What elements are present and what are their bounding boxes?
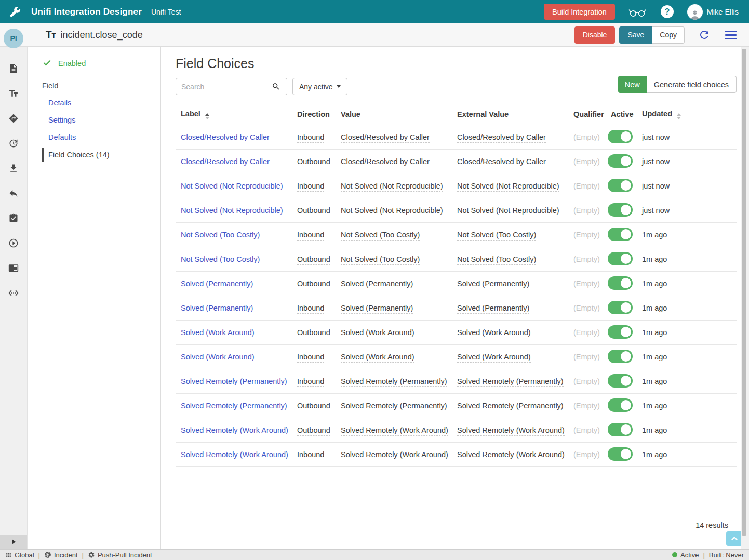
scrollbar-thumb[interactable] [742, 49, 746, 536]
row-external-value[interactable]: Closed/Resolved by Caller [457, 133, 546, 143]
history-icon[interactable] [7, 137, 20, 150]
active-toggle[interactable] [608, 130, 633, 143]
row-external-value[interactable]: Solved (Permanently) [457, 279, 529, 289]
generate-field-choices-button[interactable]: Generate field choices [647, 76, 737, 93]
row-external-value[interactable]: Solved (Permanently) [457, 304, 529, 314]
active-toggle[interactable] [608, 252, 633, 265]
directions-icon[interactable] [7, 112, 20, 125]
row-label-link[interactable]: Solved (Work Around) [181, 328, 255, 337]
reader-icon[interactable] [7, 262, 20, 274]
sidebar-collapse-button[interactable] [0, 535, 27, 549]
nav-item-field-choices[interactable]: Field Choices (14) [42, 148, 160, 162]
row-direction[interactable]: Outbound [297, 206, 330, 216]
row-value[interactable]: Not Solved (Not Reproducible) [341, 182, 443, 192]
active-filter-dropdown[interactable]: Any active [292, 78, 347, 95]
row-qualifier[interactable]: (Empty) [573, 377, 600, 385]
row-external-value[interactable]: Not Solved (Too Costly) [457, 255, 536, 265]
row-qualifier[interactable]: (Empty) [573, 206, 600, 215]
search-button[interactable] [265, 78, 287, 95]
row-external-value[interactable]: Solved Remotely (Permanently) [457, 377, 564, 387]
row-direction[interactable]: Outbound [297, 157, 330, 167]
row-external-value[interactable]: Not Solved (Too Costly) [457, 231, 536, 241]
refresh-icon[interactable] [698, 29, 711, 41]
row-direction[interactable]: Outbound [297, 426, 330, 436]
integration-selector[interactable]: Incident [44, 551, 78, 559]
nav-item-settings[interactable]: Settings [48, 116, 160, 124]
active-toggle[interactable] [608, 301, 633, 314]
active-toggle[interactable] [608, 179, 633, 192]
tasks-icon[interactable] [7, 212, 20, 224]
download-icon[interactable] [7, 162, 20, 175]
row-external-value[interactable]: Solved Remotely (Permanently) [457, 402, 564, 411]
scope-selector[interactable]: Global [5, 551, 34, 559]
row-label-link[interactable]: Closed/Resolved by Caller [181, 157, 270, 166]
row-direction[interactable]: Inbound [297, 133, 324, 143]
copy-button[interactable]: Copy [652, 26, 685, 44]
row-label-link[interactable]: Not Solved (Too Costly) [181, 231, 260, 239]
row-value[interactable]: Solved Remotely (Permanently) [341, 402, 447, 411]
active-toggle[interactable] [608, 398, 633, 412]
disable-button[interactable]: Disable [574, 26, 616, 44]
active-toggle[interactable] [608, 203, 633, 217]
row-qualifier[interactable]: (Empty) [573, 133, 600, 141]
document-icon[interactable] [7, 62, 20, 75]
help-icon[interactable]: ? [661, 5, 674, 18]
row-qualifier[interactable]: (Empty) [573, 157, 600, 166]
process-selector[interactable]: Push-Pull Incident [88, 551, 152, 559]
active-toggle[interactable] [608, 276, 633, 290]
row-qualifier[interactable]: (Empty) [573, 450, 600, 459]
menu-icon[interactable] [725, 31, 737, 39]
active-toggle[interactable] [608, 423, 633, 436]
row-qualifier[interactable]: (Empty) [573, 279, 600, 288]
column-header-updated[interactable]: Updated [642, 110, 737, 119]
new-button[interactable]: New [618, 76, 647, 93]
column-header-label[interactable]: Label [176, 110, 297, 119]
row-value[interactable]: Closed/Resolved by Caller [341, 133, 430, 143]
row-qualifier[interactable]: (Empty) [573, 231, 600, 239]
row-label-link[interactable]: Not Solved (Too Costly) [181, 255, 260, 263]
user-menu[interactable]: Mike Ellis [687, 4, 739, 20]
row-direction[interactable]: Outbound [297, 402, 330, 411]
active-toggle[interactable] [608, 228, 633, 241]
row-external-value[interactable]: Solved (Work Around) [457, 328, 531, 338]
code-icon[interactable] [7, 287, 20, 299]
row-label-link[interactable]: Solved Remotely (Work Around) [181, 450, 288, 459]
preview-glasses-icon[interactable] [628, 6, 646, 18]
row-value[interactable]: Solved Remotely (Work Around) [341, 450, 448, 460]
row-value[interactable]: Solved (Work Around) [341, 328, 414, 338]
row-direction[interactable]: Inbound [297, 231, 324, 241]
play-icon[interactable] [7, 237, 20, 249]
row-value[interactable]: Not Solved (Too Costly) [341, 231, 420, 241]
row-label-link[interactable]: Not Solved (Not Reproducible) [181, 182, 283, 190]
search-input[interactable] [176, 78, 265, 95]
row-label-link[interactable]: Closed/Resolved by Caller [181, 133, 270, 141]
row-label-link[interactable]: Solved (Work Around) [181, 353, 255, 361]
row-label-link[interactable]: Solved Remotely (Work Around) [181, 426, 288, 434]
row-label-link[interactable]: Not Solved (Not Reproducible) [181, 206, 283, 215]
row-value[interactable]: Solved (Work Around) [341, 353, 414, 363]
row-value[interactable]: Solved (Permanently) [341, 279, 413, 289]
row-qualifier[interactable]: (Empty) [573, 182, 600, 190]
build-integration-button[interactable]: Build Integration [544, 4, 615, 20]
row-qualifier[interactable]: (Empty) [573, 353, 600, 361]
text-fields-icon[interactable] [7, 87, 20, 100]
row-label-link[interactable]: Solved (Permanently) [181, 304, 253, 312]
row-value[interactable]: Solved (Permanently) [341, 304, 413, 314]
row-direction[interactable]: Outbound [297, 255, 330, 265]
row-value[interactable]: Not Solved (Too Costly) [341, 255, 420, 265]
row-external-value[interactable]: Solved Remotely (Work Around) [457, 450, 565, 460]
row-external-value[interactable]: Solved (Work Around) [457, 353, 531, 363]
row-external-value[interactable]: Not Solved (Not Reproducible) [457, 182, 559, 192]
row-value[interactable]: Solved Remotely (Work Around) [341, 426, 448, 436]
row-value[interactable]: Not Solved (Not Reproducible) [341, 206, 443, 216]
reply-icon[interactable] [7, 187, 20, 199]
nav-item-defaults[interactable]: Defaults [48, 133, 160, 141]
active-toggle[interactable] [608, 374, 633, 388]
row-direction[interactable]: Outbound [297, 279, 330, 289]
row-qualifier[interactable]: (Empty) [573, 328, 600, 337]
row-qualifier[interactable]: (Empty) [573, 402, 600, 410]
vertical-scrollbar[interactable] [741, 47, 749, 549]
row-direction[interactable]: Inbound [297, 377, 324, 387]
row-qualifier[interactable]: (Empty) [573, 255, 600, 263]
row-value[interactable]: Closed/Resolved by Caller [341, 157, 430, 167]
